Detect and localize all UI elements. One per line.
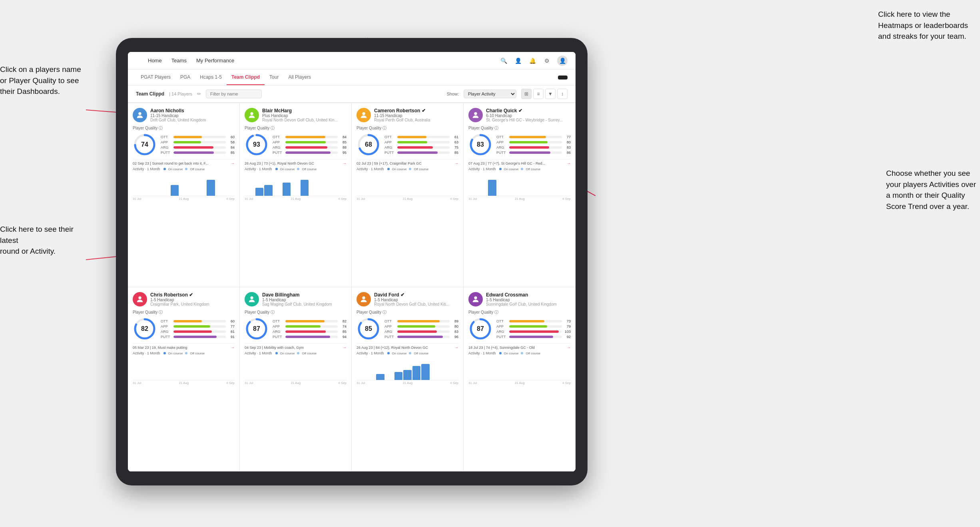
stat-bar-fill [285,151,331,154]
latest-round[interactable]: 07 Aug 23 | 77 (+7), St George's Hill GC… [468,159,571,165]
player-club: Royal North Devon Golf Club, United Kiti… [374,302,458,306]
stat-bar-bg [173,320,226,322]
grid-view-icon[interactable]: ⊞ [521,89,532,99]
round-text: 26 Aug 23 | 73 (+1), Royal North Devon G… [245,161,343,165]
stat-row-arg: ARG 103 [496,330,571,334]
round-arrow[interactable]: → [343,345,347,350]
player-card[interactable]: Aaron Nicholls 11-15 Handicap Drift Golf… [128,103,240,287]
player-card[interactable]: Cameron Robertson ✔ 11-15 Handicap Royal… [352,103,464,287]
tab-tour[interactable]: Tour [265,70,283,85]
activity-legend: On course Off course [275,167,317,171]
stat-row-arg: ARG 81 [161,330,235,334]
player-card[interactable]: Edward Crossman 1-5 Handicap Sunningdale… [464,287,576,471]
add-team-button[interactable] [558,76,568,80]
player-name[interactable]: Aaron Nicholls [150,108,235,113]
nav-link-home[interactable]: Home [148,58,162,64]
tab-team-clippd[interactable]: Team Clippd [227,70,265,85]
player-name[interactable]: Chris Robertson ✔ [150,292,235,298]
round-arrow[interactable]: → [454,161,458,165]
stat-bar-bg [173,336,226,338]
user-icon[interactable]: 👤 [514,57,522,65]
stat-bar-bg [173,325,226,328]
donut-chart[interactable]: 74 [133,133,157,157]
tab-hcaps[interactable]: Hcaps 1-5 [195,70,227,85]
off-course-dot [521,352,523,354]
round-arrow[interactable]: → [567,161,571,165]
latest-round[interactable]: 26 Aug 23 | 73 (+1), Royal North Devon G… [245,159,347,165]
latest-round[interactable]: 05 Mar 23 | 19, Must make putting → [133,343,235,350]
chart-area [245,356,347,380]
date-start: 31 Jul [133,197,141,201]
donut-chart[interactable]: 82 [133,317,157,341]
player-name[interactable]: Edward Crossman [486,292,571,298]
search-icon[interactable]: 🔍 [500,57,508,65]
latest-round[interactable]: 02 Jul 23 | 59 (+17), Craigmillar Park G… [357,159,458,165]
stat-row-ott: OTT 60 [161,135,235,139]
edit-icon[interactable]: ✏ [197,91,201,97]
latest-round[interactable]: 26 Aug 23 | 84 (+12), Royal North Devon … [357,343,458,350]
player-card[interactable]: Chris Robertson ✔ 1-5 Handicap Craigmill… [128,287,240,471]
donut-chart[interactable]: 68 [357,133,380,157]
stat-label: OTT [161,135,172,139]
latest-round[interactable]: 04 Sep 23 | Mobility with coach, Gym → [245,343,347,350]
stat-bar-fill [285,320,325,322]
round-arrow[interactable]: → [567,345,571,350]
donut-chart[interactable]: 87 [245,317,269,341]
filter-icon[interactable]: ▼ [545,89,556,99]
quality-label: Player Quality ⓘ [245,310,347,315]
player-card[interactable]: David Ford ✔ 1-5 Handicap Royal North De… [352,287,464,471]
avatar-icon[interactable]: 👤 [557,56,568,66]
stat-bar-bg [509,325,562,328]
stat-bar-fill [397,330,437,333]
round-arrow[interactable]: → [343,161,347,165]
round-arrow[interactable]: → [231,161,235,165]
latest-round[interactable]: 18 Jul 23 | 74 (+4), Sunningdale GC - Ol… [468,343,571,350]
donut-chart[interactable]: 87 [468,317,492,341]
player-name[interactable]: David Ford ✔ [374,292,458,298]
chart-bar [412,366,421,380]
chart-dates: 31 Jul 21 Aug 4 Sep [468,381,571,385]
nav-link-teams[interactable]: Teams [171,58,187,64]
stat-bar-bg [173,141,226,143]
stat-label: OTT [273,135,284,139]
round-arrow[interactable]: → [231,345,235,350]
stat-bar-fill [509,320,544,322]
chart-area [357,172,458,196]
on-course-dot [387,352,390,354]
chart-bar [421,364,430,380]
search-input[interactable] [206,89,262,98]
latest-round[interactable]: 02 Sep 23 | Sunset round to get back int… [133,159,235,165]
activity-label: Activity · 1 Month [133,351,160,355]
tab-pgat[interactable]: PGAT Players [136,70,175,85]
round-arrow[interactable]: → [454,345,458,350]
activity-section: Activity · 1 Month On course Off course … [245,167,347,201]
player-card[interactable]: Blair McHarg Plus Handicap Royal North D… [240,103,352,287]
player-card[interactable]: Dave Billingham 1-5 Handicap Sag Maging … [240,287,352,471]
show-select[interactable]: Player Activity Quality Score Trend [464,89,516,98]
list-view-icon[interactable]: ≡ [533,89,544,99]
quality-score: 74 [141,141,148,148]
player-name[interactable]: Blair McHarg [262,108,347,113]
chart-bar [394,372,403,380]
stat-value: 85 [451,151,458,155]
stat-value: 92 [564,335,571,339]
quality-score: 93 [253,141,260,148]
player-card[interactable]: Charlie Quick ✔ 6-10 Handicap St. George… [464,103,576,287]
tab-pga[interactable]: PGA [175,70,195,85]
annotation-right-bottom: Choose whether you seeyour players Activ… [886,168,976,212]
player-name[interactable]: Charlie Quick ✔ [486,108,571,113]
bell-icon[interactable]: 🔔 [528,57,536,65]
tab-all-players[interactable]: All Players [283,70,316,85]
settings-icon[interactable]: ⚙ [543,57,551,65]
stat-row-putt: PUTT 85 [384,151,458,155]
donut-chart[interactable]: 85 [357,317,380,341]
sort-icon[interactable]: ↕ [557,89,568,99]
player-name[interactable]: Cameron Robertson ✔ [374,108,458,113]
player-club: Drift Golf Club, United Kingdom [150,118,235,122]
donut-chart[interactable]: 83 [468,133,492,157]
donut-chart[interactable]: 93 [245,133,269,157]
quality-score: 82 [141,325,148,332]
stat-bar-bg [285,336,338,338]
player-name[interactable]: Dave Billingham [262,292,347,298]
nav-link-performance[interactable]: My Performance [196,58,234,64]
